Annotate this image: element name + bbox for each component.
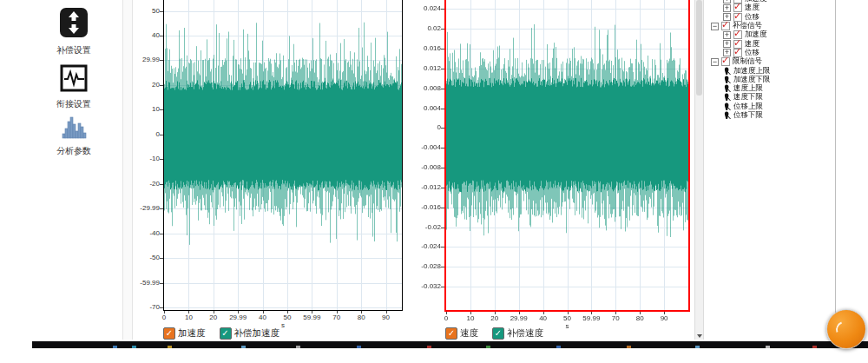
signal-checked-icon[interactable]: [733, 49, 742, 57]
x-tick-label: 90: [382, 314, 390, 321]
legend-checkbox[interactable]: ✓: [492, 327, 504, 340]
x-tick-label: 50: [563, 314, 571, 322]
scroll-down-arrow-icon[interactable]: [695, 326, 703, 334]
tree-item-速度[interactable]: +速度: [709, 39, 834, 48]
scrollbar-thumb[interactable]: [696, 0, 702, 96]
taskbar-icon-sliver[interactable]: [296, 346, 300, 348]
y-tick-label: -50: [149, 254, 160, 261]
taskbar-icon-sliver[interactable]: [241, 346, 246, 348]
link-settings-button[interactable]: 衔接设置: [26, 64, 122, 110]
y-tick-label: -0.008: [421, 164, 441, 171]
left-toolbar: 补偿设置 衔接设置 分析参数: [0, 0, 122, 340]
taskbar-icon-sliver[interactable]: [812, 346, 817, 348]
taskbar-icon-sliver[interactable]: [695, 346, 700, 348]
y-tick-label: 20: [152, 82, 160, 89]
tool-label: 补偿设置: [26, 44, 122, 56]
expand-icon[interactable]: +: [723, 40, 731, 48]
tool-label: 分析参数: [26, 145, 122, 157]
tree-item-加速度上限[interactable]: 加速度上限: [709, 66, 834, 75]
plot-area-selected[interactable]: [444, 0, 690, 312]
tree-item-位移下限[interactable]: 位移下限: [709, 111, 834, 120]
legend-item: ✓加速度: [163, 327, 206, 340]
brand-floating-button[interactable]: [826, 309, 866, 349]
y-tick-label: 0.008: [424, 85, 441, 92]
collapse-icon[interactable]: −: [711, 58, 719, 66]
x-tick-label: 20: [490, 314, 498, 322]
x-tick-label: 29.99: [229, 314, 247, 321]
taskbar-icon-sliver[interactable]: [627, 346, 631, 348]
legend-checkbox[interactable]: ✓: [220, 327, 232, 340]
y-tick-label: -0.028: [421, 263, 441, 270]
x-tick-label: 59.99: [303, 314, 320, 321]
y-axis-labels: 504029.9920100-10-20-29.99-40-50-59.99-7…: [130, 0, 160, 311]
tree-item-加速度下限[interactable]: 加速度下限: [709, 76, 834, 84]
plot-area[interactable]: [163, 0, 403, 311]
y-tick-label: 0.012: [424, 65, 441, 72]
x-axis-labels: 0102029.99405059.99708090: [446, 313, 688, 321]
y-tick-label: 0.016: [424, 45, 441, 52]
legend-label: 速度: [460, 327, 478, 340]
signal-checked-icon[interactable]: [721, 22, 730, 30]
x-tick-label: 90: [661, 314, 668, 322]
x-tick-label: 10: [466, 314, 474, 322]
taskbar-icon-sliver[interactable]: [766, 346, 770, 348]
limit-signal-icon: [723, 67, 731, 76]
taskbar-icon-sliver[interactable]: [556, 346, 561, 348]
legend-label: 补偿速度: [507, 327, 543, 340]
y-axis-labels: 0.0240.020.0160.0120.0080.0040-0.004-0.0…: [401, 0, 441, 312]
app-window: 补偿设置 衔接设置 分析参数 504029.9920100-10-20-29.9…: [0, 0, 868, 363]
legend-label: 补偿加速度: [234, 327, 280, 340]
taskbar-icon-sliver[interactable]: [113, 346, 117, 348]
expand-icon[interactable]: +: [723, 31, 731, 39]
tree-item-加速度[interactable]: +加速度: [709, 30, 834, 39]
x-axis-labels: 0102029.99405059.99708090: [164, 312, 402, 320]
vertical-scrollbar[interactable]: [694, 0, 704, 340]
x-tick-label: 10: [185, 314, 193, 321]
y-tick-label: 29.99: [142, 56, 160, 63]
collapse-icon[interactable]: −: [711, 23, 719, 30]
signal-tree-panel: +加速度+速度+位移−补偿信号+加速度+速度+位移−限制信号加速度上限加速度下限…: [706, 0, 834, 340]
taskbar-icon-sliver[interactable]: [486, 346, 490, 348]
limit-signal-icon: [723, 76, 731, 84]
legend-checkbox[interactable]: ✓: [163, 327, 175, 340]
tree-item-速度[interactable]: +速度: [709, 3, 834, 12]
legend-item: ✓速度: [445, 327, 478, 340]
legend-label: 加速度: [178, 327, 206, 340]
signal-checked-icon[interactable]: [733, 13, 742, 22]
y-tick-label: -0.016: [421, 204, 441, 211]
analysis-params-button[interactable]: 分析参数: [26, 115, 122, 157]
tree-item-位移上限[interactable]: 位移上限: [709, 102, 834, 111]
x-tick-label: 59.99: [582, 314, 600, 322]
legend-item: ✓补偿速度: [492, 327, 543, 340]
y-tick-label: 0.02: [427, 25, 441, 32]
y-tick-label: -0.032: [421, 283, 441, 290]
panel-divider: [835, 0, 836, 340]
signal-checked-icon[interactable]: [721, 57, 730, 66]
taskbar-icon-sliver[interactable]: [357, 346, 361, 348]
updown-arrows-icon: [59, 26, 89, 41]
taskbar-icon-sliver[interactable]: [427, 346, 431, 348]
limit-signal-icon: [723, 111, 731, 120]
legend-item: ✓补偿加速度: [220, 327, 280, 340]
tree-item-速度下限[interactable]: 速度下限: [709, 93, 834, 102]
x-tick-label: 29.99: [510, 314, 528, 322]
legend: ✓加速度✓补偿加速度: [163, 327, 279, 340]
taskbar-icon-sliver[interactable]: [168, 346, 172, 348]
y-tick-label: -0.012: [421, 184, 441, 191]
taskbar-icon-sliver[interactable]: [132, 346, 136, 348]
x-tick-label: 40: [539, 314, 547, 322]
x-tick-label: 70: [332, 314, 340, 321]
compensation-settings-button[interactable]: 补偿设置: [26, 7, 122, 56]
tree-item-补偿信号[interactable]: −补偿信号: [709, 22, 834, 30]
limit-signal-icon: [723, 84, 731, 93]
windows-taskbar[interactable]: [32, 341, 868, 348]
tree-item-限制信号[interactable]: −限制信号: [709, 57, 834, 66]
signal-canvas: [446, 0, 688, 310]
y-tick-label: -0.004: [421, 144, 441, 151]
y-tick-label: -0.024: [421, 243, 441, 250]
tree-item-速度上限[interactable]: 速度上限: [709, 84, 834, 93]
y-tick-label: -0.02: [425, 224, 441, 231]
legend-checkbox[interactable]: ✓: [445, 327, 457, 340]
limit-signal-icon: [723, 102, 731, 111]
expand-icon[interactable]: +: [723, 4, 731, 12]
